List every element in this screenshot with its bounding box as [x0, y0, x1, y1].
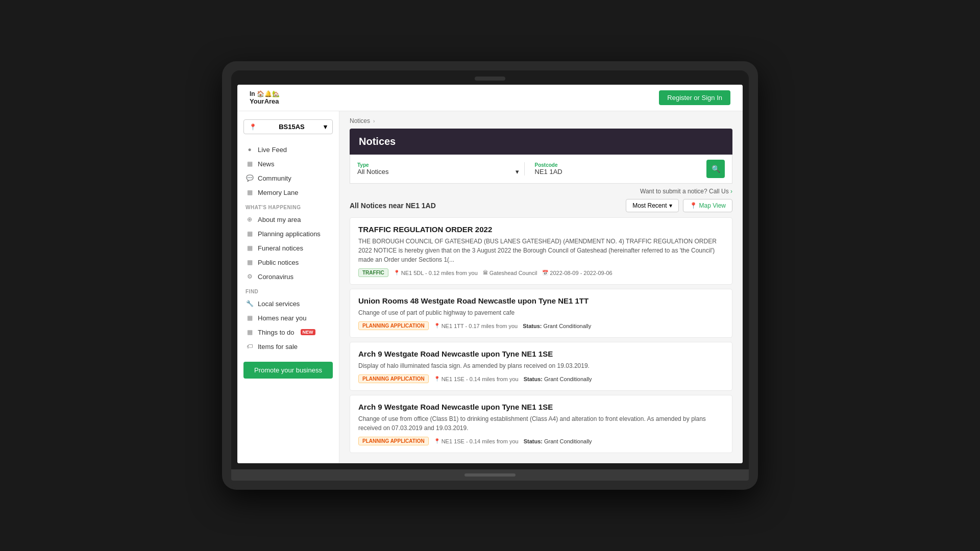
notice-title[interactable]: Arch 9 Westgate Road Newcastle upon Tyne… [358, 349, 724, 358]
notice-date-range: 📅 2022-08-09 - 2022-09-06 [542, 270, 612, 276]
notice-description: THE BOROUGH COUNCIL OF GATESHEAD (BUS LA… [358, 237, 724, 264]
chevron-down-icon: ▾ [516, 168, 519, 176]
location-icon: 📍 [434, 438, 440, 444]
search-button[interactable]: 🔍 [706, 160, 725, 178]
sidebar-item-label: Live Feed [258, 146, 287, 154]
homes-icon: ▦ [246, 314, 254, 322]
memory-lane-icon: ▦ [246, 188, 254, 196]
notice-description: Change of use from office (Class B1) to … [358, 414, 724, 433]
trackpad-notch [464, 473, 516, 477]
sidebar-item-news[interactable]: ▦ News [237, 157, 339, 171]
laptop-camera [475, 77, 505, 81]
sidebar-item-about-area[interactable]: ⊕ About my area [237, 212, 339, 227]
notices-filter-bar: Type All Notices ▾ Postcode NE1 1AD [350, 155, 732, 184]
items-for-sale-icon: 🏷 [246, 342, 254, 350]
chevron-down-icon: ▾ [324, 123, 327, 131]
news-icon: ▦ [246, 160, 254, 168]
notice-authority: 🏛 Gateshead Council [483, 270, 537, 276]
sidebar-item-label: News [258, 160, 275, 168]
calendar-icon: 🏛 [483, 270, 488, 276]
logo-line1: In 🏠🔔🏡 [250, 90, 280, 97]
notice-description: Display of halo illuminated fascia sign.… [358, 361, 724, 370]
new-badge: NEW [301, 329, 315, 335]
search-icon: 🔍 [712, 165, 720, 173]
notice-card: TRAFFIC REGULATION ORDER 2022 THE BOROUG… [350, 217, 732, 285]
sidebar-item-homes-near-you[interactable]: ▦ Homes near you [237, 311, 339, 325]
notice-tag: PLANNING APPLICATION [358, 321, 429, 330]
type-filter-value[interactable]: All Notices ▾ [357, 168, 519, 176]
notices-title: Notices [359, 136, 396, 147]
notice-status: Status: Grant Conditionally [524, 438, 592, 444]
notices-header: Notices [350, 129, 732, 155]
sidebar-item-public-notices[interactable]: ▦ Public notices [237, 255, 339, 269]
map-pin-icon: 📍 [690, 202, 697, 209]
notice-description: Change of use of part of public highway … [358, 308, 724, 317]
notice-title[interactable]: Union Rooms 48 Westgate Road Newcastle u… [358, 296, 724, 305]
sidebar-item-planning-applications[interactable]: ▦ Planning applications [237, 227, 339, 241]
sidebar-item-community[interactable]: 💬 Community [237, 171, 339, 185]
map-view-button[interactable]: 📍 Map View [683, 199, 732, 212]
logo-line2: YourArea [250, 97, 280, 106]
notice-location: 📍 NE1 1SE - 0.14 miles from you [434, 438, 519, 444]
sort-button[interactable]: Most Recent ▾ [626, 199, 678, 212]
notice-location: 📍 NE1 1SE - 0.14 miles from you [434, 376, 519, 382]
breadcrumb: Notices › [350, 117, 732, 124]
sort-chevron-icon: ▾ [669, 202, 672, 209]
sidebar-item-live-feed[interactable]: ● Live Feed [237, 142, 339, 157]
notice-title[interactable]: Arch 9 Westgate Road Newcastle upon Tyne… [358, 403, 724, 411]
postcode-filter-value: NE1 1AD [535, 168, 697, 176]
breadcrumb-item: Notices [350, 117, 370, 124]
sidebar-item-local-services[interactable]: 🔧 Local services [237, 296, 339, 311]
date-icon: 📅 [542, 270, 548, 276]
breadcrumb-separator: › [373, 118, 375, 124]
sidebar-item-label: About my area [258, 216, 301, 223]
type-filter-label: Type [357, 162, 519, 168]
notice-meta: PLANNING APPLICATION 📍 NE1 1SE - 0.14 mi… [358, 374, 724, 383]
sidebar-item-label: Items for sale [258, 343, 298, 350]
sidebar-item-funeral-notices[interactable]: ▦ Funeral notices [237, 241, 339, 255]
promote-button[interactable]: Promote your business [243, 362, 333, 379]
notice-title[interactable]: TRAFFIC REGULATION ORDER 2022 [358, 225, 724, 234]
type-filter[interactable]: Type All Notices ▾ [357, 162, 525, 176]
topbar: In 🏠🔔🏡 YourArea Register or Sign In [237, 85, 743, 111]
postcode-filter: Postcode NE1 1AD [530, 162, 702, 176]
sidebar: 📍 BS15AS ▾ ● Live Feed ▦ News 💬 Com [237, 111, 339, 463]
find-label: FIND [237, 284, 339, 296]
local-services-icon: 🔧 [246, 299, 254, 308]
notice-status: Status: Grant Conditionally [523, 323, 591, 329]
location-value: BS15AS [279, 123, 305, 131]
postcode-filter-label: Postcode [535, 162, 697, 168]
submit-notice-link[interactable]: › [730, 188, 732, 195]
sidebar-item-label: Local services [258, 300, 300, 308]
register-button[interactable]: Register or Sign In [659, 90, 730, 105]
notices-list-header: All Notices near NE1 1AD Most Recent ▾ 📍… [350, 199, 732, 212]
notice-card: Arch 9 Westgate Road Newcastle upon Tyne… [350, 395, 732, 453]
submit-notice-bar: Want to submit a notice? Call Us › [350, 184, 732, 199]
community-icon: 💬 [246, 174, 254, 182]
sidebar-item-coronavirus[interactable]: ⚙ Coronavirus [237, 269, 339, 284]
notices-actions: Most Recent ▾ 📍 Map View [626, 199, 732, 212]
location-icon: 📍 [394, 270, 400, 276]
coronavirus-icon: ⚙ [246, 272, 254, 281]
location-icon: 📍 [249, 123, 257, 131]
notice-tag: PLANNING APPLICATION [358, 437, 429, 445]
notices-section: Notices Type All Notices ▾ [350, 129, 732, 453]
whats-happening-label: WHAT'S HAPPENING [237, 199, 339, 212]
logo: In 🏠🔔🏡 YourArea [250, 90, 280, 106]
location-selector[interactable]: 📍 BS15AS ▾ [243, 119, 333, 134]
planning-icon: ▦ [246, 230, 254, 238]
location-icon: 📍 [434, 323, 440, 329]
sidebar-item-things-to-do[interactable]: ▦ Things to do NEW [237, 325, 339, 339]
sidebar-item-label: Planning applications [258, 230, 321, 238]
sidebar-item-items-for-sale[interactable]: 🏷 Items for sale [237, 339, 339, 354]
sidebar-item-memory-lane[interactable]: ▦ Memory Lane [237, 185, 339, 199]
notice-tag: PLANNING APPLICATION [358, 374, 429, 383]
notice-meta: PLANNING APPLICATION 📍 NE1 1TT - 0.17 mi… [358, 321, 724, 330]
live-feed-icon: ● [246, 145, 254, 154]
sidebar-item-label: Coronavirus [258, 273, 293, 281]
content-area: Notices › Notices Type All Notices [339, 111, 743, 463]
sidebar-item-label: Things to do [258, 329, 295, 336]
notice-location: 📍 NE1 5DL - 0.12 miles from you [394, 270, 478, 276]
sidebar-item-label: Public notices [258, 259, 299, 266]
sidebar-item-label: Homes near you [258, 314, 306, 322]
